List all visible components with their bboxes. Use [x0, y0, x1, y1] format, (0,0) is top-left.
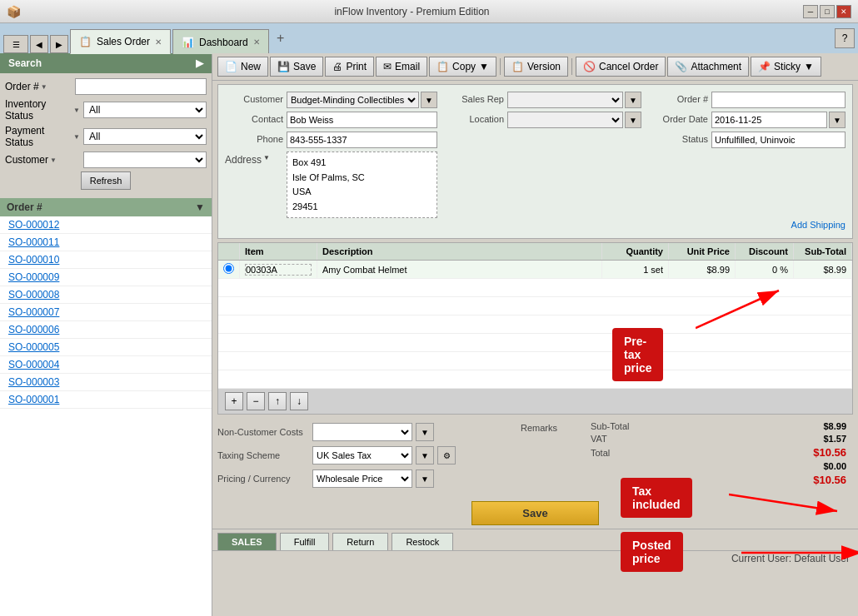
col-radio: [218, 243, 240, 261]
location-select[interactable]: [507, 112, 623, 128]
menu-button[interactable]: ☰: [3, 35, 28, 53]
row-item-cell[interactable]: [240, 261, 317, 279]
list-item[interactable]: SO-000010: [0, 251, 212, 269]
cancel-order-button[interactable]: 🚫Cancel Order: [576, 57, 666, 77]
sales-order-tab-close[interactable]: ✕: [155, 37, 162, 47]
location-expand-button[interactable]: ▼: [625, 112, 641, 128]
restore-button[interactable]: □: [820, 5, 835, 18]
cancel-icon: 🚫: [583, 61, 596, 72]
order-date-row: Order Date ▼: [650, 112, 846, 128]
sales-order-tab-icon: 📋: [79, 36, 92, 47]
tab-dashboard[interactable]: 📊 Dashboard ✕: [172, 29, 269, 54]
list-item[interactable]: SO-000009: [0, 269, 212, 286]
dashboard-tab-close[interactable]: ✕: [253, 37, 260, 47]
customer-select[interactable]: [83, 152, 207, 168]
attachment-button[interactable]: 📎Attachment: [667, 57, 749, 77]
phone-input[interactable]: [287, 132, 437, 148]
sticky-button[interactable]: 📌Sticky▼: [751, 57, 821, 77]
table-row-empty: [218, 370, 852, 389]
save-toolbar-button[interactable]: 💾Save: [270, 57, 323, 77]
add-tab-button[interactable]: +: [271, 28, 291, 48]
order-date-input[interactable]: [711, 112, 827, 128]
contact-input[interactable]: [287, 112, 437, 128]
taxing-scheme-label: Taxing Scheme: [217, 450, 309, 460]
order-list: SO-000012 SO-000011 SO-000010 SO-000009 …: [0, 216, 212, 616]
list-item[interactable]: SO-000006: [0, 321, 212, 339]
tab-fulfill[interactable]: Fulfill: [280, 533, 330, 550]
taxing-scheme-select[interactable]: UK Sales Tax: [312, 446, 412, 464]
list-item[interactable]: SO-000005: [0, 339, 212, 356]
minimize-button[interactable]: ─: [803, 5, 818, 18]
order-date-label: Order Date: [650, 112, 708, 124]
sticky-arrow: ▼: [804, 61, 814, 72]
sales-rep-label: Sales Rep: [446, 92, 504, 104]
email-button[interactable]: ✉Email: [376, 57, 427, 77]
save-main-button[interactable]: Save: [471, 501, 598, 525]
vat-label: VAT: [591, 434, 691, 444]
non-customer-costs-select[interactable]: [312, 423, 412, 441]
row-radio-cell[interactable]: [218, 261, 240, 279]
sidebar-expand-icon[interactable]: ▶: [196, 57, 203, 69]
add-shipping-link[interactable]: Add Shipping: [225, 218, 846, 231]
customer-expand-button[interactable]: ▼: [421, 92, 437, 108]
move-up-button[interactable]: ↑: [268, 392, 287, 410]
copy-button[interactable]: 📋Copy▼: [429, 57, 496, 77]
back-button[interactable]: ◀: [30, 35, 48, 53]
title-bar: 📦 inFlow Inventory - Premium Edition ─ □…: [0, 0, 858, 23]
version-button[interactable]: 📋Version: [504, 57, 568, 77]
remove-row-button[interactable]: −: [247, 392, 265, 410]
taxing-scheme-row: Taxing Scheme UK Sales Tax ▼ ⚙: [217, 446, 517, 464]
list-item[interactable]: SO-000001: [0, 391, 212, 409]
list-item[interactable]: SO-000007: [0, 304, 212, 321]
col-quantity: Quantity: [602, 243, 669, 261]
app-icon: 📦: [7, 5, 21, 18]
customer-form-select[interactable]: Budget-Minding Collectibles: [287, 92, 419, 108]
tab-restock[interactable]: Restock: [392, 533, 453, 550]
order-num-form-input[interactable]: [711, 92, 846, 108]
print-button[interactable]: 🖨Print: [325, 57, 374, 77]
pricing-btn[interactable]: ▼: [416, 469, 434, 488]
row-radio[interactable]: [223, 263, 234, 274]
pricing-select[interactable]: Wholesale Price: [312, 469, 412, 488]
list-item[interactable]: SO-000012: [0, 216, 212, 234]
list-item[interactable]: SO-000004: [0, 356, 212, 374]
order-date-calendar-button[interactable]: ▼: [829, 112, 846, 128]
list-item[interactable]: SO-000003: [0, 374, 212, 391]
order-num-input[interactable]: [75, 78, 207, 95]
col-discount: Discount: [736, 243, 794, 261]
status-label: Status: [650, 132, 708, 144]
attachment-icon: 📎: [675, 61, 687, 72]
table-toolbar: + − ↑ ↓: [218, 389, 852, 414]
status-input[interactable]: [711, 132, 846, 148]
toolbar-separator: [500, 58, 501, 75]
list-item[interactable]: SO-000008: [0, 286, 212, 304]
row-description-cell: Amy Combat Helmet: [317, 261, 602, 279]
tab-return[interactable]: Return: [332, 533, 388, 550]
contact-form-row: Contact: [225, 112, 437, 128]
non-customer-costs-btn[interactable]: ▼: [416, 423, 434, 441]
sales-rep-expand-button[interactable]: ▼: [625, 92, 641, 108]
forward-button[interactable]: ▶: [50, 35, 68, 53]
new-button[interactable]: 📄New: [217, 57, 268, 77]
payment-status-select[interactable]: All: [83, 128, 207, 145]
total-row: Total $10.56: [591, 446, 846, 459]
order-list-header: Order # ▼: [0, 198, 212, 216]
tab-sales[interactable]: SALES: [217, 533, 277, 550]
toolbar: 📄New 💾Save 🖨Print ✉Email 📋Copy▼ 📋Version…: [212, 53, 858, 81]
inventory-status-row: Inventory Status ▼ All: [5, 98, 207, 122]
customer-arrow: ▼: [50, 156, 57, 164]
add-row-button[interactable]: +: [225, 392, 243, 410]
item-input[interactable]: [245, 264, 312, 276]
sales-rep-select[interactable]: [507, 92, 623, 108]
row-quantity-cell: 1 set: [602, 261, 669, 279]
extra-value: $0.00: [780, 461, 846, 471]
inventory-status-select[interactable]: All: [83, 102, 207, 118]
help-button[interactable]: ?: [835, 28, 855, 48]
move-down-button[interactable]: ↓: [290, 392, 308, 410]
close-button[interactable]: ✕: [836, 5, 851, 18]
refresh-button[interactable]: Refresh: [81, 171, 131, 190]
tab-sales-order[interactable]: 📋 Sales Order ✕: [70, 29, 171, 54]
taxing-scheme-settings-btn[interactable]: ⚙: [437, 446, 456, 464]
list-item[interactable]: SO-000011: [0, 234, 212, 251]
taxing-scheme-btn[interactable]: ▼: [416, 446, 434, 464]
